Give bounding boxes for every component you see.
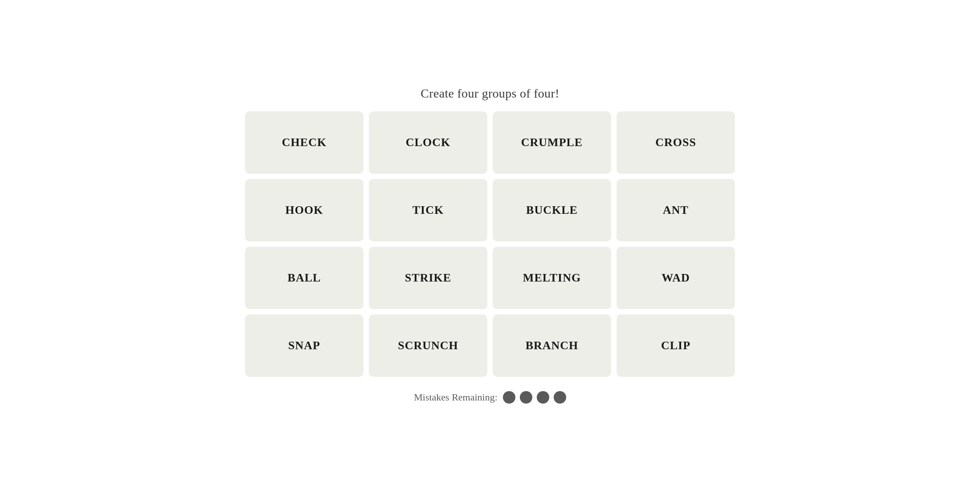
tile-melting[interactable]: MELTING: [493, 247, 611, 309]
tile-label-tick: TICK: [412, 204, 444, 217]
tile-scrunch[interactable]: SCRUNCH: [369, 314, 487, 377]
tile-label-hook: HOOK: [286, 204, 323, 217]
tile-ant[interactable]: ANT: [617, 179, 735, 241]
tile-crumple[interactable]: CRUMPLE: [493, 111, 611, 174]
tile-label-branch: BRANCH: [526, 339, 579, 352]
tile-hook[interactable]: HOOK: [245, 179, 363, 241]
mistake-dot-2: [520, 391, 532, 404]
tile-label-scrunch: SCRUNCH: [398, 339, 458, 352]
tile-label-ball: BALL: [288, 271, 321, 285]
mistakes-label: Mistakes Remaining:: [414, 392, 498, 403]
tile-ball[interactable]: BALL: [245, 247, 363, 309]
tile-label-wad: WAD: [662, 271, 690, 285]
mistake-dot-4: [554, 391, 566, 404]
tile-wad[interactable]: WAD: [617, 247, 735, 309]
game-container: Create four groups of four! CHECKCLOCKCR…: [245, 86, 735, 404]
tile-label-clip: CLIP: [661, 339, 690, 352]
tile-label-buckle: BUCKLE: [526, 204, 578, 217]
tile-label-melting: MELTING: [523, 271, 581, 285]
tile-check[interactable]: CHECK: [245, 111, 363, 174]
tile-clock[interactable]: CLOCK: [369, 111, 487, 174]
tile-branch[interactable]: BRANCH: [493, 314, 611, 377]
tile-tick[interactable]: TICK: [369, 179, 487, 241]
tile-clip[interactable]: CLIP: [617, 314, 735, 377]
tile-buckle[interactable]: BUCKLE: [493, 179, 611, 241]
tile-label-ant: ANT: [663, 204, 689, 217]
mistake-dot-1: [503, 391, 515, 404]
tile-label-strike: STRIKE: [405, 271, 451, 285]
tile-snap[interactable]: SNAP: [245, 314, 363, 377]
tile-label-crumple: CRUMPLE: [521, 136, 583, 149]
mistake-dot-3: [537, 391, 549, 404]
tile-label-check: CHECK: [282, 136, 327, 149]
tile-label-snap: SNAP: [288, 339, 320, 352]
mistakes-dots: [503, 391, 566, 404]
tile-label-cross: CROSS: [655, 136, 696, 149]
tile-cross[interactable]: CROSS: [617, 111, 735, 174]
tile-strike[interactable]: STRIKE: [369, 247, 487, 309]
tile-grid: CHECKCLOCKCRUMPLECROSSHOOKTICKBUCKLEANTB…: [245, 111, 735, 377]
tile-label-clock: CLOCK: [406, 136, 450, 149]
subtitle: Create four groups of four!: [421, 86, 559, 101]
mistakes-area: Mistakes Remaining:: [414, 391, 566, 404]
